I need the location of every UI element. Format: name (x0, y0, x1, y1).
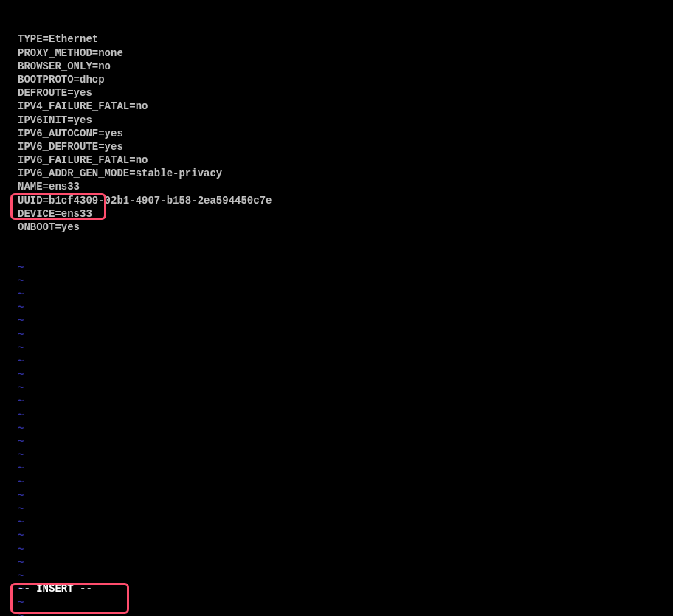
empty-line-marker: ~ (18, 261, 673, 274)
config-line[interactable]: IPV6_ADDR_GEN_MODE=stable-privacy (18, 167, 673, 180)
empty-line-marker: ~ (18, 462, 673, 475)
empty-line-marker: ~ (18, 583, 673, 596)
config-line[interactable]: BOOTPROTO=dhcp (18, 73, 673, 86)
empty-line-marker: ~ (18, 381, 673, 395)
empty-line-marker: ~ (18, 328, 673, 342)
empty-line-marker: ~ (18, 529, 673, 542)
config-line[interactable]: IPV6_FAILURE_FATAL=no (18, 153, 673, 167)
config-line[interactable]: DEVICE=ens33 (18, 207, 673, 221)
empty-line-marker: ~ (18, 274, 673, 288)
empty-line-marker: ~ (18, 368, 673, 381)
config-line[interactable]: IPV6_DEFROUTE=yes (18, 140, 673, 153)
empty-line-marker: ~ (18, 422, 673, 435)
empty-line-marker: ~ (18, 516, 673, 529)
config-line[interactable]: UUID=b1cf4309-02b1-4907-b158-2ea594450c7… (18, 194, 673, 207)
empty-lines: ~~~~~~~~~~~~~~~~~~~~~~~~~~~ (18, 261, 673, 616)
config-line[interactable]: PROXY_METHOD=none (18, 46, 673, 60)
empty-line-marker: ~ (18, 609, 673, 616)
empty-line-marker: ~ (18, 342, 673, 355)
file-content[interactable]: TYPE=EthernetPROXY_METHOD=noneBROWSER_ON… (18, 32, 673, 234)
empty-line-marker: ~ (18, 556, 673, 570)
config-line[interactable]: TYPE=Ethernet (18, 32, 673, 46)
empty-line-marker: ~ (18, 449, 673, 462)
empty-line-marker: ~ (18, 301, 673, 314)
config-line[interactable]: ONBOOT=yes (18, 221, 673, 234)
config-line[interactable]: DEFROUTE=yes (18, 86, 673, 100)
empty-line-marker: ~ (18, 476, 673, 489)
empty-line-marker: ~ (18, 288, 673, 301)
empty-line-marker: ~ (18, 435, 673, 449)
empty-line-marker: ~ (18, 489, 673, 502)
config-line[interactable]: IPV6_AUTOCONF=yes (18, 127, 673, 140)
terminal-editor[interactable]: TYPE=EthernetPROXY_METHOD=noneBROWSER_ON… (0, 0, 673, 616)
empty-line-marker: ~ (18, 409, 673, 422)
empty-line-marker: ~ (18, 355, 673, 368)
vim-mode-indicator: -- INSERT -- (18, 582, 92, 595)
empty-line-marker: ~ (18, 395, 673, 408)
empty-line-marker: ~ (18, 596, 673, 609)
empty-line-marker: ~ (18, 314, 673, 328)
config-line[interactable]: IPV6INIT=yes (18, 114, 673, 127)
empty-line-marker: ~ (18, 570, 673, 583)
config-line[interactable]: NAME=ens33 (18, 180, 673, 193)
empty-line-marker: ~ (18, 543, 673, 556)
config-line[interactable]: BROWSER_ONLY=no (18, 60, 673, 73)
config-line[interactable]: IPV4_FAILURE_FATAL=no (18, 100, 673, 113)
empty-line-marker: ~ (18, 502, 673, 516)
